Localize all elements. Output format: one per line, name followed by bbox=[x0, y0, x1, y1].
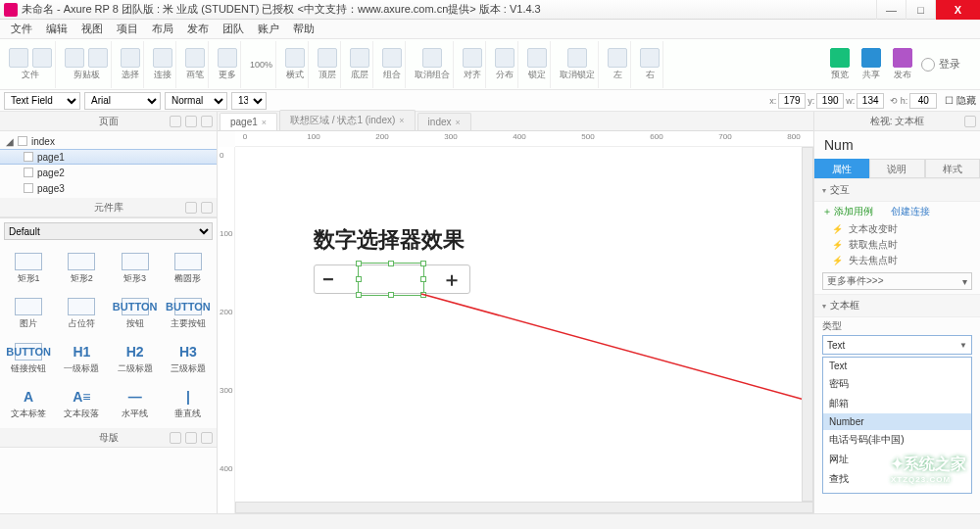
menu-团队[interactable]: 团队 bbox=[216, 22, 251, 36]
pages-search-icon[interactable] bbox=[201, 116, 213, 127]
lib-item[interactable]: |垂直线 bbox=[162, 381, 215, 426]
coord-w[interactable] bbox=[857, 93, 884, 109]
type-option[interactable]: 密码 bbox=[823, 374, 971, 394]
inspector-tab-属性[interactable]: 属性 bbox=[814, 159, 869, 178]
type-option[interactable]: 邮箱 bbox=[823, 394, 971, 413]
ribbon-icon[interactable] bbox=[88, 48, 108, 68]
lib-item[interactable]: 图片 bbox=[2, 291, 55, 336]
ribbon-icon[interactable] bbox=[218, 48, 237, 68]
font-size-select[interactable]: 13 bbox=[231, 92, 267, 110]
inspector-menu-icon[interactable] bbox=[964, 116, 976, 127]
login-button[interactable]: 登录 bbox=[921, 57, 974, 72]
lib-item[interactable]: 矩形1 bbox=[2, 246, 55, 291]
lib-item[interactable]: —水平线 bbox=[109, 381, 162, 426]
type-dropdown[interactable]: Text▼ bbox=[822, 335, 972, 355]
发布-button[interactable] bbox=[893, 48, 912, 68]
page-tab[interactable]: page1× bbox=[220, 113, 277, 130]
page-item-page1[interactable]: page1 bbox=[0, 149, 217, 165]
ribbon-icon[interactable] bbox=[350, 48, 369, 68]
close-icon[interactable]: × bbox=[456, 118, 461, 127]
canvas[interactable]: 数字选择器效果 − ＋ bbox=[235, 147, 813, 513]
inspector-tab-样式[interactable]: 样式 bbox=[925, 159, 980, 178]
scrollbar-vertical[interactable] bbox=[802, 147, 813, 502]
lib-item[interactable]: H3三级标题 bbox=[162, 336, 215, 381]
coord-x[interactable] bbox=[778, 93, 806, 109]
lib-item[interactable]: 矩形2 bbox=[55, 246, 108, 291]
ribbon-icon[interactable] bbox=[153, 48, 172, 68]
create-link-link[interactable]: 创建连接 bbox=[891, 205, 930, 218]
type-option[interactable]: 网址 bbox=[823, 450, 971, 469]
masters-search-icon[interactable] bbox=[201, 432, 213, 444]
masters-folder-icon[interactable] bbox=[185, 432, 197, 444]
lib-item[interactable]: 椭圆形 bbox=[162, 246, 215, 291]
lib-item[interactable]: A文本标签 bbox=[2, 381, 55, 426]
ribbon-icon[interactable] bbox=[285, 48, 305, 68]
masters-add-icon[interactable] bbox=[170, 432, 181, 444]
type-option[interactable]: 查找 bbox=[823, 469, 971, 489]
widget-type-select[interactable]: Text Field bbox=[4, 92, 80, 110]
pages-folder-icon[interactable] bbox=[185, 116, 197, 127]
font-style-select[interactable]: Normal bbox=[165, 92, 227, 110]
menu-编辑[interactable]: 编辑 bbox=[39, 22, 74, 36]
menu-账户[interactable]: 账户 bbox=[251, 22, 286, 36]
lib-item[interactable]: BUTTON按钮 bbox=[109, 291, 162, 336]
canvas-heading[interactable]: 数字选择器效果 bbox=[314, 225, 465, 255]
lib-item[interactable]: 矩形3 bbox=[109, 246, 162, 291]
event-item[interactable]: 失去焦点时 bbox=[814, 253, 980, 268]
interaction-section-header[interactable]: 交互 bbox=[814, 178, 980, 202]
close-icon[interactable]: × bbox=[262, 118, 267, 127]
lib-search-icon[interactable] bbox=[201, 202, 213, 214]
more-events-dropdown[interactable]: 更多事件>>>▾ bbox=[822, 272, 972, 290]
close-icon[interactable]: × bbox=[399, 116, 404, 125]
ribbon-icon[interactable] bbox=[567, 48, 587, 68]
ribbon-icon[interactable] bbox=[121, 48, 140, 68]
hide-toggle[interactable]: ☐ 隐藏 bbox=[945, 94, 976, 108]
minimize-button[interactable]: — bbox=[876, 0, 906, 20]
ribbon-icon[interactable] bbox=[318, 48, 337, 68]
inspector-tab-说明[interactable]: 说明 bbox=[869, 159, 924, 178]
page-root[interactable]: ◢index bbox=[0, 133, 217, 149]
type-option[interactable]: Number bbox=[823, 413, 971, 430]
event-item[interactable]: 文本改变时 bbox=[814, 221, 980, 237]
ribbon-icon[interactable] bbox=[527, 48, 547, 68]
widget-name[interactable]: Num bbox=[814, 131, 980, 159]
lib-item[interactable]: H1一级标题 bbox=[55, 336, 108, 381]
page-tab[interactable]: 联想区域 / 状态1 (index)× bbox=[279, 110, 416, 130]
scrollbar-horizontal[interactable] bbox=[235, 502, 813, 513]
ribbon-icon[interactable] bbox=[422, 48, 442, 68]
coord-h[interactable] bbox=[909, 93, 937, 109]
close-button[interactable]: X bbox=[935, 0, 980, 20]
ribbon-icon[interactable] bbox=[608, 48, 627, 68]
library-set-select[interactable]: Default bbox=[4, 222, 213, 240]
lib-item[interactable]: BUTTON链接按钮 bbox=[2, 336, 55, 381]
lib-item[interactable]: BUTTON主要按钮 bbox=[162, 291, 215, 336]
textfield-section-header[interactable]: 文本框 bbox=[814, 294, 980, 317]
lib-menu-icon[interactable] bbox=[185, 202, 197, 214]
page-item-page2[interactable]: page2 bbox=[0, 165, 217, 180]
ribbon-icon[interactable] bbox=[9, 48, 28, 68]
lib-item[interactable]: 占位符 bbox=[55, 291, 108, 336]
menu-发布[interactable]: 发布 bbox=[180, 22, 216, 36]
add-case-link[interactable]: 添加用例 bbox=[822, 205, 873, 218]
type-option[interactable]: 文件 bbox=[823, 489, 971, 494]
maximize-button[interactable]: □ bbox=[906, 0, 935, 20]
stepper-minus[interactable]: − bbox=[322, 268, 334, 291]
page-item-page3[interactable]: page3 bbox=[0, 180, 217, 196]
menu-布局[interactable]: 布局 bbox=[145, 22, 180, 36]
ribbon-icon[interactable] bbox=[65, 48, 84, 68]
type-option[interactable]: Text bbox=[823, 358, 971, 374]
lib-item[interactable]: H2二级标题 bbox=[109, 336, 162, 381]
coord-y[interactable] bbox=[816, 93, 844, 109]
menu-帮助[interactable]: 帮助 bbox=[286, 22, 321, 36]
ribbon-icon[interactable] bbox=[640, 48, 660, 68]
type-option[interactable]: 电话号码(非中国) bbox=[823, 430, 971, 450]
event-item[interactable]: 获取焦点时 bbox=[814, 237, 980, 253]
ribbon-icon[interactable] bbox=[32, 48, 52, 68]
menu-视图[interactable]: 视图 bbox=[74, 22, 110, 36]
lib-item[interactable]: A≡文本段落 bbox=[55, 381, 108, 426]
预览-button[interactable] bbox=[830, 48, 850, 68]
menu-文件[interactable]: 文件 bbox=[4, 22, 39, 36]
pages-add-icon[interactable] bbox=[170, 116, 181, 127]
ribbon-icon[interactable] bbox=[463, 48, 482, 68]
menu-项目[interactable]: 项目 bbox=[110, 22, 145, 36]
